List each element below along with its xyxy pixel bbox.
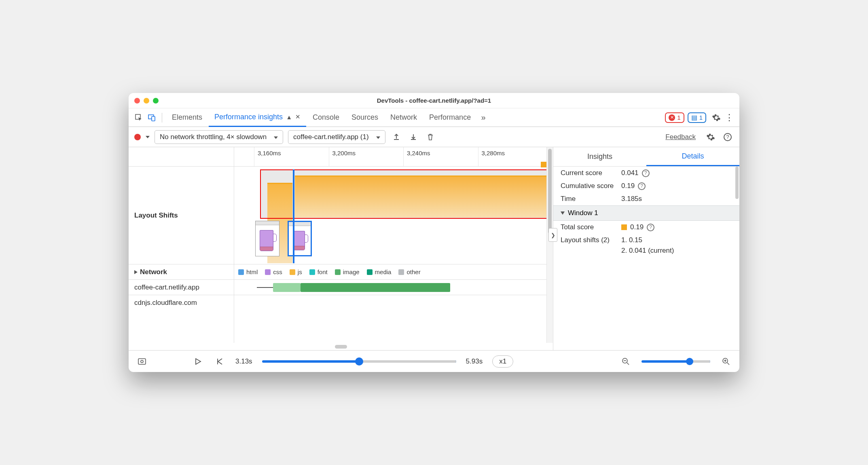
recording-value: coffee-cart.netlify.app (1) (293, 133, 368, 141)
play-icon[interactable] (192, 355, 204, 368)
time-ruler[interactable]: 3,160ms 3,200ms 3,240ms 3,280ms (234, 147, 553, 167)
kebab-menu-icon[interactable]: ⋮ (723, 112, 735, 124)
legend-media: media (367, 268, 392, 275)
window-minimize-icon[interactable] (144, 98, 149, 104)
tab-elements[interactable]: Elements (166, 108, 208, 127)
panel-settings-icon[interactable] (705, 131, 717, 143)
legend-js: js (290, 268, 302, 275)
info-count-pill[interactable]: ▤ 1 (688, 112, 706, 123)
record-menu-icon[interactable] (146, 136, 150, 138)
throttling-value: No network throttling, 4× slowdown (160, 133, 267, 141)
swatch-icon (398, 269, 404, 275)
track-scrollbar[interactable] (546, 147, 553, 343)
rewind-icon[interactable] (214, 355, 226, 368)
network-row-0[interactable] (234, 280, 553, 295)
recording-select[interactable]: coffee-cart.netlify.app (1) (288, 130, 385, 144)
swatch-icon (309, 269, 315, 275)
tab-network[interactable]: Network (385, 108, 423, 127)
screenshot-thumbs (255, 221, 312, 256)
network-label[interactable]: Network (129, 264, 234, 280)
network-legend: htmlcssjsfontimagemediaother (234, 264, 553, 280)
expand-down-icon (561, 211, 565, 215)
cls-window-highlight (260, 169, 551, 219)
layout-shifts-label: Layout Shifts (129, 167, 234, 264)
zoom-in-icon[interactable] (720, 355, 732, 368)
svg-line-7 (627, 363, 629, 365)
side-tab-details[interactable]: Details (646, 147, 739, 166)
window-title: DevTools - coffee-cart.netlify.app/?ad=1 (129, 97, 739, 104)
legend-label: image (343, 268, 360, 275)
speed-chip[interactable]: x1 (492, 355, 513, 368)
more-tabs-icon[interactable]: » (477, 112, 489, 124)
ruler-spacer (129, 147, 234, 167)
side-tabs: Insights Details (553, 147, 739, 167)
help-icon[interactable]: ? (722, 131, 734, 143)
help-icon[interactable]: ? (638, 182, 646, 190)
network-row-1[interactable] (234, 295, 553, 311)
legend-label: css (273, 268, 282, 275)
swatch-icon (238, 269, 244, 275)
message-icon: ▤ (691, 114, 697, 121)
zoom-knob[interactable] (686, 358, 693, 365)
tab-console[interactable]: Console (307, 108, 345, 127)
track-labels: Layout Shifts Network coffee-cart.netlif… (129, 147, 234, 343)
horizontal-drag-handle[interactable] (129, 343, 553, 350)
layout-row[interactable] (234, 167, 553, 264)
tab-performance[interactable]: Performance (423, 108, 476, 127)
thumb-2[interactable] (288, 221, 312, 256)
slider-knob[interactable] (355, 357, 363, 366)
zoom-out-icon[interactable] (620, 355, 632, 368)
legend-html: html (238, 268, 258, 275)
preview-toggle-icon[interactable] (136, 355, 148, 368)
throttling-select[interactable]: No network throttling, 4× slowdown (155, 130, 283, 144)
tab-performance-insights[interactable]: Performance insights ▲ ✕ (209, 108, 306, 127)
playhead-line[interactable] (293, 169, 294, 263)
svg-rect-3 (138, 359, 146, 364)
main-area: Layout Shifts Network coffee-cart.netlif… (129, 147, 739, 350)
timeline-area: Layout Shifts Network coffee-cart.netlif… (129, 147, 553, 343)
window-close-icon[interactable] (134, 98, 140, 104)
time-slider[interactable] (262, 360, 456, 363)
legend-font: font (309, 268, 328, 275)
export-icon[interactable] (390, 131, 402, 143)
playback-footer: 3.13s 5.93s x1 (129, 350, 739, 372)
delete-icon[interactable] (424, 131, 436, 143)
collapse-panel-icon[interactable]: ❯ (548, 228, 557, 242)
insights-toolbar: No network throttling, 4× slowdown coffe… (129, 127, 739, 147)
error-count-pill[interactable]: ✕ 1 (665, 112, 684, 123)
tab-sources[interactable]: Sources (346, 108, 384, 127)
help-icon[interactable]: ? (642, 169, 650, 177)
close-tab-icon[interactable]: ✕ (295, 113, 301, 120)
legend-css: css (265, 268, 282, 275)
help-icon[interactable]: ? (647, 224, 654, 231)
titlebar: DevTools - coffee-cart.netlify.app/?ad=1 (129, 93, 739, 108)
track-body[interactable]: 3,160ms 3,200ms 3,240ms 3,280ms (234, 147, 553, 343)
record-button[interactable] (134, 134, 141, 140)
feedback-link[interactable]: Feedback (665, 133, 696, 141)
import-icon[interactable] (407, 131, 419, 143)
time-start: 3.13s (235, 357, 252, 366)
zoom-slider[interactable] (641, 360, 710, 363)
thumb-1[interactable] (255, 221, 279, 256)
side-scrollbar[interactable] (735, 167, 739, 199)
window-maximize-icon[interactable] (153, 98, 159, 104)
time-end: 5.93s (466, 357, 483, 366)
window-section[interactable]: Window 1 (553, 205, 739, 221)
legend-image: image (335, 268, 360, 275)
settings-icon[interactable] (710, 112, 722, 124)
score-color-swatch (621, 224, 627, 230)
info-count: 1 (699, 114, 703, 121)
shift-item-0[interactable]: 1. 0.15 (621, 236, 642, 244)
tick-0: 3,160ms (254, 147, 329, 166)
shift-item-1[interactable]: 2. 0.041 (current) (621, 247, 674, 255)
kv-layout-shifts: Layout shifts (2) 1. 0.15 2. 0.041 (curr… (553, 234, 739, 257)
device-toggle-icon[interactable] (146, 112, 158, 124)
minimap-marker (541, 162, 546, 167)
scrollbar-thumb[interactable] (548, 149, 552, 234)
side-tab-insights[interactable]: Insights (553, 147, 646, 166)
side-body: Current score 0.041? Cumulative score 0.… (553, 167, 739, 350)
host-row-1: cdnjs.cloudflare.com (129, 295, 234, 311)
devtools-tabbar: Elements Performance insights ▲ ✕ Consol… (129, 108, 739, 127)
expand-icon (134, 270, 138, 274)
inspect-icon[interactable] (133, 112, 145, 124)
